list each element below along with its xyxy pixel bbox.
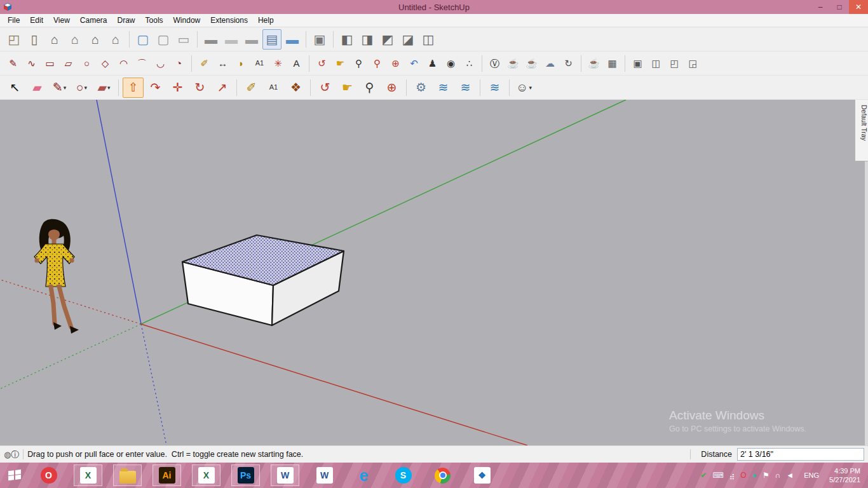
solid-trim-button[interactable]: ◩ xyxy=(378,29,397,50)
front-view-button[interactable]: ⌂ xyxy=(86,29,105,50)
paint-bucket-tool-button[interactable]: ❖ xyxy=(285,78,306,98)
rounded-box-blue-button[interactable]: ▢ xyxy=(133,29,153,50)
network-signal-icon[interactable]: ⣴ xyxy=(729,471,735,479)
signin-account-button[interactable]: ☺▾ xyxy=(513,78,534,98)
orbit-main-button[interactable]: ↺ xyxy=(315,78,336,98)
freehand-tool-button[interactable]: ∿ xyxy=(23,55,40,72)
tape-measure-tool-button[interactable]: ✐ xyxy=(196,55,213,72)
clock[interactable]: 4:39 PM 5/27/2021 xyxy=(829,466,860,485)
taskbar-sketchup[interactable]: ❖ xyxy=(468,464,496,486)
rotate-tool-button[interactable]: ↻ xyxy=(189,78,210,98)
rectangle-tool-button[interactable]: ▭ xyxy=(41,55,58,72)
shape-tool-main-dropdown[interactable]: ▾ xyxy=(107,85,111,91)
arc-tool-main-dropdown[interactable]: ▾ xyxy=(84,85,87,91)
select-tool-button[interactable]: ↖ xyxy=(4,78,25,98)
solid-union-button[interactable]: ◧ xyxy=(337,29,356,50)
text-main-button[interactable]: A1 xyxy=(263,78,284,98)
right-view-button[interactable]: ⌂ xyxy=(106,29,125,50)
vray-frame-buffer-button[interactable]: ▦ xyxy=(604,55,621,72)
eraser-tool-button[interactable]: ▰ xyxy=(27,78,48,98)
slab-gray-button[interactable]: ▬ xyxy=(201,29,220,50)
taskbar-edge[interactable]: e xyxy=(349,464,378,486)
removable-device-flag-icon[interactable]: ⚑ xyxy=(763,471,770,479)
tape-measure-main-button[interactable]: ✐ xyxy=(241,78,262,98)
taskbar-photoshop[interactable]: Ps xyxy=(231,464,260,486)
vray-render-button[interactable]: ☕ xyxy=(505,55,522,72)
person-figure[interactable] xyxy=(34,219,79,334)
model-box[interactable] xyxy=(182,235,344,325)
taskbar-excel[interactable]: X xyxy=(192,464,220,486)
opera-tray-icon[interactable]: O xyxy=(740,471,746,479)
two-point-arc-tool-button[interactable]: ⌒ xyxy=(133,55,151,72)
minimize-button[interactable]: – xyxy=(811,0,830,14)
component-cabinet-button[interactable]: ▯ xyxy=(25,29,44,50)
zoom-extents-tool-button[interactable]: ⊕ xyxy=(387,55,404,72)
update-status-icon[interactable]: ● xyxy=(752,471,757,479)
position-camera-tool-button[interactable]: ♟ xyxy=(424,55,441,72)
vray-batch-render-button[interactable]: ☕ xyxy=(585,55,602,72)
model-canvas[interactable] xyxy=(0,100,868,445)
pan-tool-button[interactable]: ☛ xyxy=(332,55,349,72)
taskbar-excel-document[interactable]: X xyxy=(74,464,102,486)
slab-shaded-button[interactable]: ▬ xyxy=(242,29,261,50)
circle-tool-button[interactable]: ○ xyxy=(78,55,95,72)
pie-tool-button[interactable]: ◔ xyxy=(170,55,187,72)
taskbar-file-explorer[interactable] xyxy=(113,464,142,486)
menu-extensions[interactable]: Extensions xyxy=(205,15,253,26)
pan-main-button[interactable]: ☛ xyxy=(337,78,358,98)
wave-tool-c-button[interactable]: ≋ xyxy=(484,78,505,98)
wave-tool-a-button[interactable]: ≋ xyxy=(433,78,454,98)
line-tool-button[interactable]: ✎ xyxy=(4,55,22,72)
dimension-tool-button[interactable]: ↔ xyxy=(214,55,231,72)
slab-hatched-button[interactable]: ▤ xyxy=(262,29,281,50)
language-indicator[interactable]: ENG xyxy=(804,471,819,479)
safe-frame-button[interactable]: ▣ xyxy=(629,55,646,72)
text-tool-button[interactable]: A1 xyxy=(251,55,268,72)
shape-tool-main-button[interactable]: ▰▾ xyxy=(93,78,114,98)
menu-window[interactable]: Window xyxy=(168,15,206,26)
menu-tools[interactable]: Tools xyxy=(140,15,168,26)
antivirus-status-icon[interactable]: ✔ xyxy=(700,471,707,479)
scale-tool-button[interactable]: ↗ xyxy=(212,78,233,98)
zoom-window-tool-button[interactable]: ⚲ xyxy=(369,55,386,72)
model-info-icon[interactable]: ⓘ xyxy=(11,450,19,459)
taskbar-opera[interactable]: O xyxy=(34,464,63,486)
menu-view[interactable]: View xyxy=(48,15,75,26)
menu-edit[interactable]: Edit xyxy=(25,15,48,26)
polygon-tool-button[interactable]: ◇ xyxy=(97,55,114,72)
solid-split-button[interactable]: ◫ xyxy=(419,29,438,50)
taskbar-skype[interactable]: S xyxy=(389,464,417,486)
line-tool-main-dropdown[interactable]: ▾ xyxy=(64,85,67,91)
extension-manager-button[interactable]: ⚙ xyxy=(410,78,431,98)
look-around-tool-button[interactable]: ◉ xyxy=(442,55,459,72)
arc-tool-main-button[interactable]: ○▾ xyxy=(71,78,92,98)
measurement-input[interactable] xyxy=(737,448,864,461)
slab-white-button[interactable]: ▬ xyxy=(222,29,241,50)
flat-box-button[interactable]: ▭ xyxy=(174,29,193,50)
menu-file[interactable]: File xyxy=(3,15,25,26)
taskbar-word-document[interactable]: W xyxy=(271,464,299,486)
menu-help[interactable]: Help xyxy=(253,15,279,26)
three-d-text-tool-button[interactable]: A xyxy=(288,55,305,72)
zoom-extents-main-button[interactable]: ⊕ xyxy=(381,78,402,98)
top-view-button[interactable]: ⌂ xyxy=(65,29,85,50)
solid-subtract-button[interactable]: ◨ xyxy=(358,29,377,50)
move-tool-button[interactable]: ✛ xyxy=(167,78,188,98)
iso-view-button[interactable]: ⌂ xyxy=(45,29,64,50)
input-device-icon[interactable]: ⌨ xyxy=(712,471,723,479)
menu-camera[interactable]: Camera xyxy=(75,15,112,26)
three-point-arc-tool-button[interactable]: ◡ xyxy=(152,55,169,72)
vray-asset-editor-button[interactable]: Ⓥ xyxy=(486,55,503,72)
vray-interactive-render-button[interactable]: ☕ xyxy=(523,55,540,72)
geolocation-status-icon[interactable]: ◍ xyxy=(4,450,11,459)
volume-icon[interactable]: ◄ xyxy=(786,471,794,479)
rounded-box-white-button[interactable]: ▢ xyxy=(154,29,173,50)
lock-frame-button[interactable]: ◲ xyxy=(684,55,702,72)
orbit-tool-button[interactable]: ↺ xyxy=(313,55,330,72)
chaos-cloud-button[interactable]: ☁ xyxy=(541,55,559,72)
push-pull-tool-button[interactable]: ⇧ xyxy=(123,78,144,98)
zoom-tool-button[interactable]: ⚲ xyxy=(350,55,367,72)
line-tool-main-button[interactable]: ✎▾ xyxy=(49,78,70,98)
taskbar-word[interactable]: W xyxy=(310,464,339,486)
headset-icon[interactable]: ∩ xyxy=(775,471,781,479)
